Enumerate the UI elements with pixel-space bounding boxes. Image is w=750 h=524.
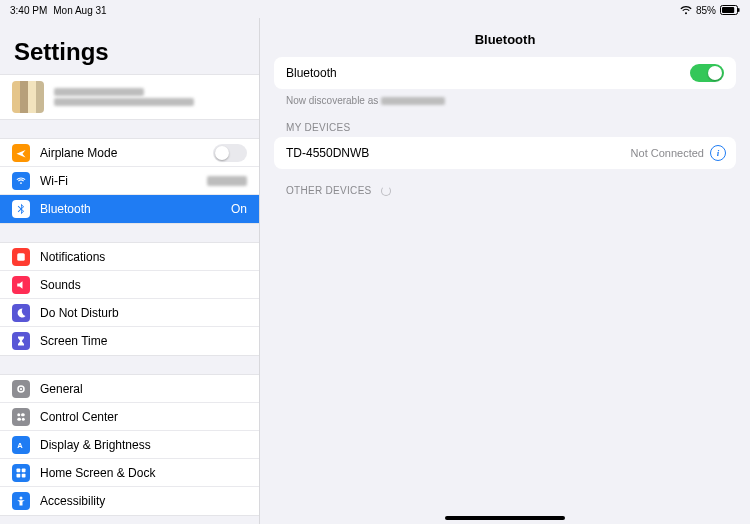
device-name: TD-4550DNWB [286,146,631,160]
svg-point-6 [17,413,20,416]
svg-point-5 [20,387,22,389]
page-title: Bluetooth [260,18,750,57]
sidebar-item-airplane-mode[interactable]: Airplane Mode [0,139,259,167]
battery-icon [720,5,740,15]
airplane-icon [12,144,30,162]
sidebar-item-label: Do Not Disturb [40,306,247,320]
sidebar-item-display[interactable]: A Display & Brightness [0,431,259,459]
device-row[interactable]: TD-4550DNWB Not Connected i [274,137,736,169]
wifi-icon [12,172,30,190]
sidebar-item-home-screen[interactable]: Home Screen & Dock [0,459,259,487]
sounds-icon [12,276,30,294]
info-icon[interactable]: i [710,145,726,161]
sidebar-item-general[interactable]: General [0,375,259,403]
avatar [12,81,44,113]
bluetooth-toggle-label: Bluetooth [286,66,690,80]
sidebar: Settings Airplane Mode [0,18,260,524]
device-status: Not Connected [631,147,704,159]
other-devices-header: OTHER DEVICES [274,169,736,200]
hourglass-icon [12,332,30,350]
home-indicator[interactable] [445,516,565,520]
sidebar-item-label: Display & Brightness [40,438,247,452]
status-date: Mon Aug 31 [53,5,106,16]
bluetooth-toggle[interactable] [690,64,724,82]
svg-rect-9 [17,417,21,420]
sidebar-item-bluetooth[interactable]: Bluetooth On [0,195,259,223]
svg-rect-1 [722,7,734,13]
sidebar-item-label: Home Screen & Dock [40,466,247,480]
sidebar-item-screen-time[interactable]: Screen Time [0,327,259,355]
detail-pane: Bluetooth Bluetooth Now discoverable as … [260,18,750,524]
discoverable-hint: Now discoverable as [274,89,736,106]
sidebar-item-notifications[interactable]: Notifications [0,243,259,271]
svg-point-15 [20,497,23,500]
sidebar-item-wifi[interactable]: Wi-Fi [0,167,259,195]
sidebar-item-label: Accessibility [40,494,247,508]
svg-text:A: A [17,441,23,450]
sidebar-item-control-center[interactable]: Control Center [0,403,259,431]
device-name-redacted [381,97,445,105]
settings-title: Settings [0,18,259,74]
wifi-network-redacted [207,176,247,186]
moon-icon [12,304,30,322]
sidebar-item-dnd[interactable]: Do Not Disturb [0,299,259,327]
svg-rect-8 [21,413,25,416]
sidebar-item-label: Notifications [40,250,247,264]
sidebar-item-accessibility[interactable]: Accessibility [0,487,259,515]
airplane-toggle[interactable] [213,144,247,162]
sidebar-item-label: Bluetooth [40,202,231,216]
status-bar: 3:40 PM Mon Aug 31 85% [0,0,750,18]
sidebar-item-label: Airplane Mode [40,146,213,160]
control-center-icon [12,408,30,426]
notifications-icon [12,248,30,266]
sidebar-item-label: Control Center [40,410,247,424]
bluetooth-icon [12,200,30,218]
svg-rect-12 [22,468,26,472]
svg-rect-2 [738,8,740,12]
sidebar-item-account[interactable] [0,75,259,119]
wifi-icon [680,6,692,15]
grid-icon [12,464,30,482]
svg-rect-3 [17,253,25,261]
bluetooth-toggle-row[interactable]: Bluetooth [274,57,736,89]
status-time: 3:40 PM [10,5,47,16]
svg-rect-11 [17,468,21,472]
accessibility-icon [12,492,30,510]
sidebar-item-label: Wi-Fi [40,174,207,188]
my-devices-header: MY DEVICES [274,106,736,137]
account-name-redacted [54,88,194,106]
gear-icon [12,380,30,398]
svg-rect-14 [22,473,26,477]
sidebar-item-sounds[interactable]: Sounds [0,271,259,299]
svg-rect-13 [17,473,21,477]
sidebar-item-label: Sounds [40,278,247,292]
svg-point-7 [22,417,25,420]
display-icon: A [12,436,30,454]
spinner-icon [381,186,391,196]
bluetooth-status: On [231,202,247,216]
sidebar-item-label: General [40,382,247,396]
sidebar-item-label: Screen Time [40,334,247,348]
battery-percent: 85% [696,5,716,16]
